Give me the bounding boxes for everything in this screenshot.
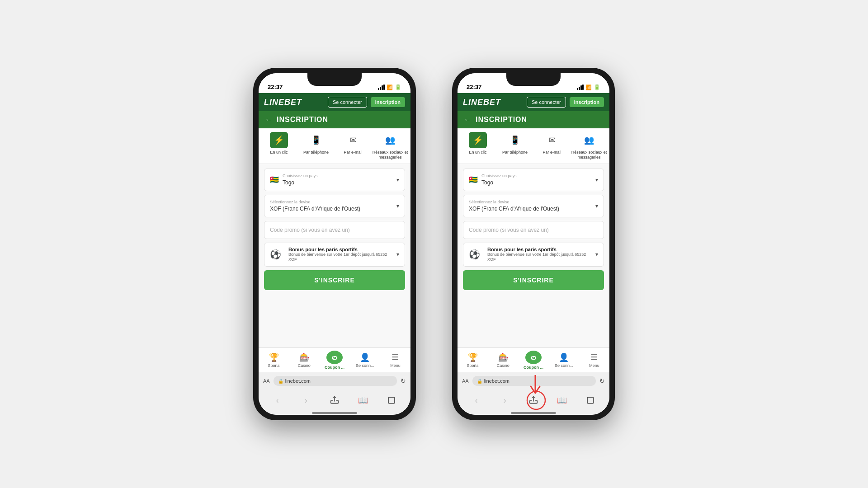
chevron-devise-1: ▾: [396, 203, 399, 209]
tab-en-un-clic-1[interactable]: ⚡ En un clic: [260, 132, 297, 155]
nav-seconn-1[interactable]: 👤 Se conn...: [350, 352, 380, 368]
refresh-icon-2[interactable]: ↻: [599, 377, 605, 385]
phone-screen-2: 22:37 📶 🔋 LINEBET Se connecter: [458, 73, 609, 415]
devise-field-1[interactable]: Sélectionnez la devise XOF (Franc CFA d'…: [264, 195, 405, 217]
soccer-icon-1: ⚽: [270, 249, 281, 260]
phone-notch-2: [506, 73, 561, 86]
refresh-icon-1[interactable]: ↻: [401, 377, 406, 385]
phone-frame-2: 22:37 📶 🔋 LINEBET Se connecter: [452, 68, 615, 420]
sinscrire-button-2[interactable]: S'INSCRIRE: [463, 270, 604, 290]
bonus-field-1[interactable]: ⚽ Bonus pour les paris sportifs Bonus de…: [264, 243, 405, 267]
url-bar-1[interactable]: 🔒 linebet.com: [274, 376, 397, 386]
share-button-1[interactable]: [327, 393, 342, 408]
url-text-1: linebet.com: [285, 378, 311, 384]
battery-icon: 🔋: [395, 84, 401, 90]
phone-2: 22:37 📶 🔋 LINEBET Se connecter: [452, 68, 615, 420]
bonus-title-1: Bonus pour les paris sportifs: [288, 247, 396, 252]
tab-label-en-un-clic-2: En un clic: [469, 150, 486, 155]
back-arrow-2[interactable]: ←: [464, 116, 471, 124]
nav-coupon-1[interactable]: 🎟 Coupon ...: [319, 351, 349, 370]
chevron-devise-2: ▾: [595, 203, 598, 209]
tabs-button-2[interactable]: [583, 393, 598, 408]
bookmarks-button-2[interactable]: 📖: [555, 393, 569, 408]
phone-frame-1: 22:37 📶 🔋 LINEBET Se connecter: [253, 68, 416, 420]
nav-sports-1[interactable]: 🏆 Sports: [259, 352, 289, 368]
tab-icon-box-email-2: ✉: [543, 132, 561, 148]
tab-en-un-clic-2[interactable]: ⚡ En un clic: [459, 132, 496, 155]
devise-info-1: Sélectionnez la devise XOF (Franc CFA d'…: [270, 200, 360, 212]
bolt-icon-2: ⚡: [473, 135, 483, 145]
logo-2: LINEBET: [463, 98, 501, 107]
form-area-2: 🇹🇬 Choisissez un pays Togo ▾ Sélectionne…: [458, 164, 609, 347]
tab-par-email-1[interactable]: ✉ Par e-mail: [335, 132, 372, 155]
tab-icon-box-active-2: ⚡: [469, 132, 487, 148]
aa-text-1: AA: [263, 378, 270, 384]
app-header-1: LINEBET Se connecter Inscription: [259, 93, 410, 111]
status-right-2: 📶 🔋: [577, 84, 600, 90]
url-text-2: linebet.com: [484, 378, 509, 384]
svg-point-2: [527, 391, 545, 409]
bonus-info-1: Bonus pour les paris sportifs Bonus de b…: [288, 247, 396, 263]
home-bar-2: [511, 412, 556, 414]
menu-icon-2: ☰: [590, 352, 598, 362]
phone-icon-2: 📱: [510, 135, 520, 145]
country-field-1[interactable]: 🇹🇬 Choisissez un pays Togo ▾: [264, 169, 405, 191]
tab-reseaux-2[interactable]: 👥 Réseaux sociaux et messageries: [571, 132, 608, 160]
header-actions-1: Se connecter Inscription: [328, 97, 405, 108]
connect-button-2[interactable]: Se connecter: [527, 97, 566, 108]
trophy-icon-1: 🏆: [269, 352, 279, 362]
nav-casino-2[interactable]: 🎰 Casino: [488, 352, 518, 368]
tab-icon-box-reseaux-1: 👥: [381, 132, 399, 148]
devise-label-2: Sélectionnez la devise: [469, 200, 559, 204]
promo-field-2[interactable]: Code promo (si vous en avez un): [463, 221, 604, 239]
inscription-button-1[interactable]: Inscription: [371, 97, 405, 107]
coupon-icon-1: 🎟: [331, 354, 338, 361]
inscription-button-2[interactable]: Inscription: [570, 97, 604, 107]
bottom-nav-1: 🏆 Sports 🎰 Casino 🎟 Coupon ...: [259, 347, 410, 372]
tabs-button-1[interactable]: [384, 393, 399, 408]
forward-button-2[interactable]: ›: [498, 393, 512, 408]
tab-par-telephone-1[interactable]: 📱 Par téléphone: [297, 132, 335, 155]
back-button-2[interactable]: ‹: [469, 393, 484, 408]
user-icon-2: 👤: [559, 352, 569, 362]
devise-field-2[interactable]: Sélectionnez la devise XOF (Franc CFA d'…: [463, 195, 604, 217]
nav-label-casino-2: Casino: [497, 363, 509, 368]
back-button-1[interactable]: ‹: [270, 393, 285, 408]
tab-par-telephone-2[interactable]: 📱 Par téléphone: [496, 132, 533, 155]
logo-1: LINEBET: [264, 98, 302, 107]
signal-icon-2: [577, 84, 584, 90]
forward-button-1[interactable]: ›: [299, 393, 313, 408]
coupon-box-1: 🎟: [326, 351, 343, 364]
sinscrire-button-1[interactable]: S'INSCRIRE: [264, 270, 405, 290]
tab-reseaux-1[interactable]: 👥 Réseaux sociaux et messageries: [372, 132, 409, 160]
nav-coupon-2[interactable]: 🎟 Coupon ...: [518, 351, 548, 370]
nav-label-sports-1: Sports: [268, 363, 280, 368]
nav-label-casino-1: Casino: [298, 363, 311, 368]
tab-par-email-2[interactable]: ✉ Par e-mail: [533, 132, 571, 155]
home-indicator-1: [259, 411, 410, 415]
casino-icon-2: 🎰: [498, 352, 508, 362]
country-content-2: 🇹🇬 Choisissez un pays Togo: [469, 174, 517, 186]
screen-content-2: 🇹🇬 Choisissez un pays Togo ▾ Sélectionne…: [458, 164, 609, 372]
screen-content-1: 🇹🇬 Choisissez un pays Togo ▾ Sélectionne…: [259, 164, 410, 372]
share-button-2[interactable]: [526, 393, 541, 408]
bonus-field-2[interactable]: ⚽ Bonus pour les paris sportifs Bonus de…: [463, 243, 604, 267]
nav-menu-2[interactable]: ☰ Menu: [579, 352, 609, 368]
nav-menu-1[interactable]: ☰ Menu: [380, 352, 410, 368]
back-arrow-1[interactable]: ←: [265, 116, 272, 124]
nav-casino-1[interactable]: 🎰 Casino: [289, 352, 319, 368]
tab-label-reseaux-1: Réseaux sociaux et messageries: [372, 150, 409, 160]
tab-icon-box-phone-1: 📱: [307, 132, 325, 148]
soccer-icon-2: ⚽: [469, 249, 480, 260]
promo-field-1[interactable]: Code promo (si vous en avez un): [264, 221, 405, 239]
country-field-2[interactable]: 🇹🇬 Choisissez un pays Togo ▾: [463, 169, 604, 191]
bonus-subtitle-1: Bonus de bienvenue sur votre 1er dépôt j…: [288, 252, 396, 263]
connect-button-1[interactable]: Se connecter: [328, 97, 367, 108]
bottom-nav-2: 🏆 Sports 🎰 Casino 🎟 Coupon ...: [458, 347, 609, 372]
nav-seconn-2[interactable]: 👤 Se conn...: [549, 352, 579, 368]
nav-sports-2[interactable]: 🏆 Sports: [458, 352, 488, 368]
bonus-content-1: ⚽ Bonus pour les paris sportifs Bonus de…: [270, 247, 396, 263]
app-header-2: LINEBET Se connecter Inscription: [458, 93, 609, 111]
devise-value-2: XOF (Franc CFA d'Afrique de l'Ouest): [469, 206, 559, 212]
bookmarks-button-1[interactable]: 📖: [356, 393, 370, 408]
